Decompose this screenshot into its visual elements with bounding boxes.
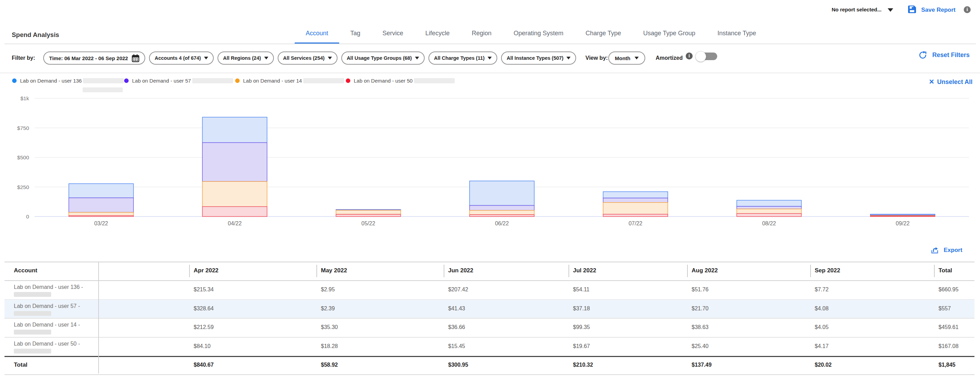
svg-text:05/22: 05/22	[361, 221, 375, 226]
svg-text:$500: $500	[17, 154, 29, 160]
svg-text:$1k: $1k	[21, 95, 29, 101]
svg-text:$250: $250	[17, 184, 29, 190]
svg-text:09/22: 09/22	[896, 221, 910, 226]
svg-text:03/22: 03/22	[94, 221, 108, 226]
svg-text:0: 0	[26, 214, 29, 219]
svg-text:06/22: 06/22	[495, 221, 509, 226]
svg-text:07/22: 07/22	[628, 221, 643, 226]
svg-text:$750: $750	[17, 125, 29, 131]
svg-text:08/22: 08/22	[762, 221, 776, 226]
svg-text:04/22: 04/22	[228, 221, 242, 226]
